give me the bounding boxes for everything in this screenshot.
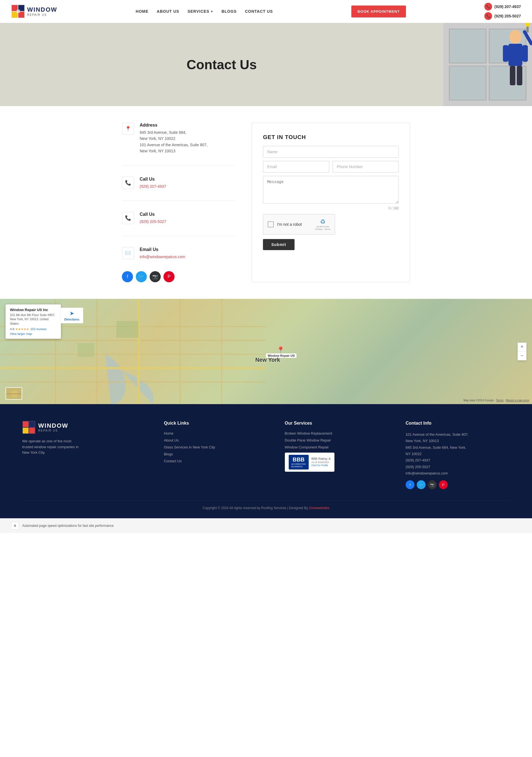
footer-brand-col: WINDOW REPAIR US We operate as one of th… (22, 421, 147, 489)
bbb-rating-area: BBB Rating: A As of 3/18/2024 Click for … (311, 457, 331, 467)
zoom-out-button[interactable]: − (517, 351, 526, 360)
map-popup-title: Window Repair US Inc (10, 308, 56, 312)
map-reviews-link[interactable]: 153 reviews (30, 327, 47, 331)
phone-call1-icon: 📞 (125, 180, 131, 186)
footer-logo-subtitle: REPAIR US (38, 429, 69, 432)
logo-subtitle: REPAIR US (27, 13, 57, 16)
svg-point-6 (509, 30, 521, 44)
footer-link-blogs[interactable]: Blogs (164, 452, 268, 456)
nav-blogs[interactable]: BLOGS (221, 9, 236, 14)
hero-title: Contact Us (186, 57, 257, 72)
email-input[interactable] (263, 161, 329, 172)
char-count: 0 / 180 (263, 206, 399, 210)
phone-link-1[interactable]: 📞 (929) 207-4937 (485, 3, 521, 11)
twitter-button[interactable]: 🐦 (136, 271, 147, 282)
designer-link[interactable]: Zonewebsites (309, 506, 329, 510)
book-appointment-button[interactable]: BOOK APPOINTMENT (351, 6, 406, 17)
map-report-link[interactable]: Report a map error (506, 399, 529, 402)
footer-link-home[interactable]: Home (164, 431, 268, 436)
nav-contact[interactable]: CONTACT US (245, 9, 273, 14)
svg-rect-26 (78, 343, 94, 357)
call1-block: 📞 Call Us (929) 207-4937 (122, 177, 235, 190)
hero-left: Contact Us (0, 23, 443, 106)
footer-social-icons: f 🐦 📷 P (406, 480, 510, 489)
hero-right (443, 23, 532, 106)
main-content: 📍 Address 845 3rd Avenue, Suite 684, New… (100, 106, 432, 299)
separator-3 (122, 236, 235, 236)
nitro-text: Automated page speed optimizations for f… (22, 524, 113, 528)
nav-services[interactable]: SERVICES (188, 9, 209, 14)
pinterest-button[interactable]: P (164, 271, 174, 282)
footer-facebook-button[interactable]: f (406, 480, 415, 489)
footer-services-col: Our Services Broken Window Replacement D… (285, 421, 389, 489)
footer-instagram-button[interactable]: 📷 (428, 480, 437, 489)
site-header: ⊞ WINDOW REPAIR US HOME ABOUT US SERVICE… (0, 0, 532, 23)
email-block: ✉️ Email Us info@windowrepairus.com (122, 247, 235, 260)
footer-contact-col: Contact Info 101 Avenue of the Americas,… (406, 421, 510, 489)
footer-email-link[interactable]: info@windowrepairus.com (406, 471, 448, 475)
logo-title: WINDOW (27, 6, 57, 13)
bbb-icon: BBB (293, 456, 304, 463)
social-icons-group: f 🐦 📷 P (122, 271, 235, 282)
svg-rect-25 (116, 321, 139, 338)
phone-icon-1: 📞 (485, 3, 492, 11)
nav-about[interactable]: ABOUT US (157, 9, 179, 14)
message-textarea[interactable] (263, 176, 399, 203)
map-stars: ★★★★★ (15, 327, 29, 331)
email-icon: ✉️ (125, 250, 131, 256)
svg-rect-9 (522, 45, 528, 62)
contact-form-section: GET IN TOUCH 0 / 180 I'm not a robot ♻ r… (252, 123, 410, 282)
footer-service-3[interactable]: Window Component Repair (285, 445, 389, 449)
bbb-date: As of 3/18/2024 (311, 461, 331, 464)
footer-quick-links-title: Quick Links (164, 421, 268, 426)
footer-bottom: Copyright © 2024 All rights reserved by … (22, 500, 510, 510)
email-phone-row (263, 161, 399, 172)
recaptcha-brand: reCAPTCHA (316, 226, 329, 228)
footer-quick-links-col: Quick Links Home About Us Glass Services… (164, 421, 268, 489)
name-input[interactable] (263, 146, 399, 158)
call2-value: (929) 205-5027 (140, 219, 166, 225)
footer-addr2: New York, NY 10013 (406, 439, 439, 443)
separator-2 (122, 200, 235, 201)
footer-service-2[interactable]: Double Pane Window Repair (285, 438, 389, 442)
recaptcha-checkbox[interactable] (268, 221, 274, 227)
footer-phone1-link[interactable]: (929) 207-4937 (406, 458, 430, 462)
footer-phone2-link[interactable]: (929) 205-5027 (406, 465, 430, 469)
phone-input[interactable] (332, 161, 399, 172)
instagram-button[interactable]: 📷 (150, 271, 161, 282)
map-thumbnail (6, 387, 22, 400)
footer-pinterest-button[interactable]: P (439, 480, 448, 489)
address-block: 📍 Address 845 3rd Avenue, Suite 684, New… (122, 123, 235, 154)
bbb-click: Click for Profile (311, 464, 331, 467)
name-row (263, 146, 399, 158)
footer-link-glass[interactable]: Glass Services in New York City (164, 445, 268, 449)
phone-number-2: (929) 205-5027 (494, 14, 521, 18)
submit-button[interactable]: Submit (263, 239, 294, 250)
nav-home[interactable]: HOME (136, 9, 148, 14)
footer-top: WINDOW REPAIR US We operate as one of th… (22, 421, 510, 489)
recaptcha-widget[interactable]: I'm not a robot ♻ reCAPTCHA Privacy - Te… (263, 214, 335, 235)
phone-link-2[interactable]: 📞 (929) 205-5027 (485, 12, 521, 20)
form-title: GET IN TOUCH (263, 134, 399, 140)
directions-button[interactable]: ➤ Directions (60, 308, 83, 323)
footer-link-contact[interactable]: Contact Us (164, 459, 268, 463)
map-terms-link[interactable]: Terms (496, 399, 503, 402)
call2-block: 📞 Call Us (929) 205-5027 (122, 212, 235, 225)
map-pin: 📍 (276, 346, 285, 354)
footer-service-1[interactable]: Broken Window Replacement (285, 431, 389, 436)
facebook-button[interactable]: f (122, 271, 133, 282)
recaptcha-terms: Privacy - Terms (315, 228, 330, 230)
footer-link-about[interactable]: About Us (164, 438, 268, 442)
map-larger-link[interactable]: View larger map (10, 332, 56, 335)
logo[interactable]: ⊞ WINDOW REPAIR US (11, 4, 57, 18)
footer-twitter-button[interactable]: 🐦 (417, 480, 425, 489)
bbb-badge[interactable]: BBB ACCREDITEDBUSINESS BBB Rating: A As … (285, 453, 335, 472)
email-label: Email Us (140, 247, 185, 252)
call1-icon-wrap: 📞 (122, 177, 134, 189)
zoom-in-button[interactable]: + (517, 343, 526, 351)
map-data-text: Map data ©2024 Google (463, 399, 494, 402)
svg-point-14 (525, 23, 530, 27)
call2-label: Call Us (140, 212, 166, 217)
footer-logo[interactable]: WINDOW REPAIR US (22, 421, 147, 434)
email-value: info@windowrepairus.com (140, 254, 185, 260)
